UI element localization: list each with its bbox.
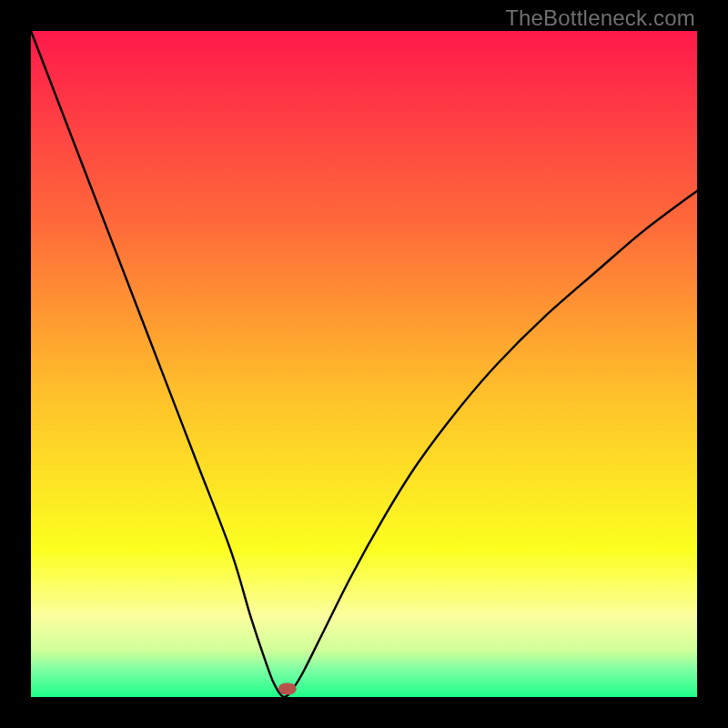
watermark-text: TheBottleneck.com [505,5,695,31]
optimum-marker [278,683,297,695]
curve-path [31,31,697,697]
bottleneck-curve [31,31,697,697]
chart-frame: TheBottleneck.com [0,0,728,728]
